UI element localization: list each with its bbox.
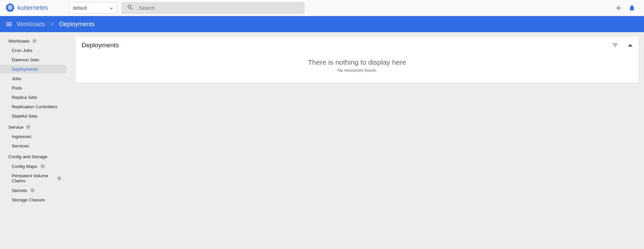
sidebar-item-cron-jobs[interactable]: Cron Jobs	[0, 46, 67, 55]
sidebar-item-services[interactable]: Services	[0, 141, 67, 150]
namespace-badge-icon: N	[57, 176, 61, 181]
sidebar-item-label: Ingresses	[12, 134, 32, 139]
sidebar-item-label: Services	[12, 143, 29, 148]
sidebar-item-label: Deployments	[12, 67, 38, 72]
sidebar-section-title: Workloads	[8, 39, 30, 44]
sidebar-item-label: Jobs	[12, 76, 21, 81]
namespace-badge-icon: N	[40, 164, 45, 169]
collapse-icon[interactable]	[628, 42, 633, 49]
sidebar-item-label: Storage Classes	[12, 197, 45, 202]
sidebar-section-service[interactable]: ServiceN	[0, 121, 76, 132]
search-bar[interactable]	[121, 2, 305, 14]
sidebar-item-deployments[interactable]: Deployments	[0, 65, 67, 74]
filter-icon[interactable]	[612, 42, 618, 49]
namespace-badge-icon: N	[26, 124, 31, 130]
notifications-button[interactable]	[625, 1, 639, 15]
sidebar-item-label: Cron Jobs	[12, 48, 33, 53]
deployments-card: Deployments There is nothing to display …	[76, 37, 639, 83]
breadcrumb-bar: Workloads Deployments	[0, 16, 644, 32]
empty-state-title: There is nothing to display here	[308, 58, 406, 66]
breadcrumb-parent[interactable]: Workloads	[17, 21, 45, 28]
caret-down-icon	[110, 5, 113, 11]
brand-name: kubernetes	[17, 4, 48, 11]
breadcrumb-current: Deployments	[59, 21, 95, 28]
sidebar: WorkloadsNCron JobsDaemon SetsDeployment…	[0, 32, 76, 249]
sidebar-section-config-and-storage[interactable]: Config and Storage	[0, 151, 76, 161]
create-button[interactable]	[612, 1, 625, 15]
sidebar-item-stateful-sets[interactable]: Stateful Sets	[0, 112, 67, 121]
brand[interactable]: kubernetes	[5, 3, 69, 13]
namespace-selected: default	[73, 5, 87, 11]
menu-toggle-button[interactable]	[5, 20, 13, 28]
search-input[interactable]	[139, 5, 299, 11]
sidebar-item-config-maps[interactable]: Config MapsN	[0, 162, 67, 171]
sidebar-section-title: Config and Storage	[8, 154, 47, 159]
sidebar-item-label: Stateful Sets	[12, 114, 38, 119]
sidebar-item-secrets[interactable]: SecretsN	[0, 186, 67, 195]
main-area: Deployments There is nothing to display …	[76, 32, 644, 249]
kubernetes-logo-icon	[5, 3, 15, 13]
top-toolbar: kubernetes default	[0, 0, 644, 16]
namespace-badge-icon: N	[30, 188, 35, 193]
sidebar-item-persistent-volume-claims[interactable]: Persistent Volume ClaimsN	[0, 171, 67, 185]
sidebar-item-jobs[interactable]: Jobs	[0, 74, 67, 83]
sidebar-item-label: Config Maps	[12, 164, 37, 169]
card-header: Deployments	[76, 37, 639, 52]
search-icon	[127, 4, 134, 12]
namespace-select[interactable]: default	[69, 2, 117, 14]
empty-state-subtitle: No resources found.	[337, 68, 377, 73]
sidebar-item-ingresses[interactable]: Ingresses	[0, 132, 67, 141]
namespace-badge-icon: N	[32, 38, 37, 44]
sidebar-item-storage-classes[interactable]: Storage Classes	[0, 195, 67, 204]
sidebar-item-replica-sets[interactable]: Replica Sets	[0, 93, 67, 102]
sidebar-item-label: Replication Controllers	[12, 104, 57, 109]
sidebar-item-label: Daemon Sets	[12, 57, 39, 62]
chevron-right-icon	[49, 21, 55, 28]
card-title: Deployments	[82, 42, 612, 49]
sidebar-section-title: Service	[8, 125, 23, 130]
sidebar-section-workloads[interactable]: WorkloadsN	[0, 35, 76, 46]
sidebar-item-label: Secrets	[12, 188, 27, 193]
sidebar-item-label: Persistent Volume Claims	[12, 173, 54, 183]
sidebar-item-label: Pods	[12, 85, 22, 90]
sidebar-item-label: Replica Sets	[12, 95, 37, 100]
sidebar-item-replication-controllers[interactable]: Replication Controllers	[0, 102, 67, 111]
sidebar-item-pods[interactable]: Pods	[0, 83, 67, 92]
sidebar-item-daemon-sets[interactable]: Daemon Sets	[0, 55, 67, 64]
card-body: There is nothing to display here No reso…	[76, 52, 639, 83]
